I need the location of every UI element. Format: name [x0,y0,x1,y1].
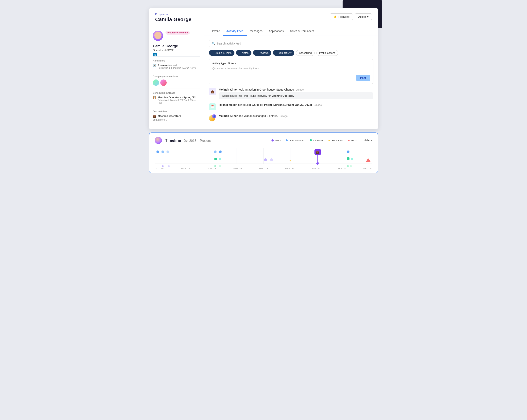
timeline-range: Oct 2018 – Present [183,139,211,142]
company-avatars [153,79,200,86]
breadcrumb: Prospects / [155,13,192,16]
linkedin-badge[interactable]: in [153,53,157,56]
activity-item-2: 📅 Rachel Mellon scheduled Wandi for Phon… [209,103,373,110]
legend-work-label: Work [275,139,281,142]
avatar [153,31,163,41]
post-button[interactable]: Post [356,75,370,81]
filter-emails-texts[interactable]: ✓ Emails & Texts [209,50,234,56]
timeline-hide-button[interactable]: Hide ∨ [364,139,372,142]
svg-rect-20 [219,165,221,167]
connections-section: Company connections [153,72,200,88]
action-button[interactable]: Action ▾ [355,13,372,20]
note-type-value: Note [228,62,234,65]
axis-label-dec19: DEC '19 [259,167,268,170]
clock-icon: 🕐 [153,64,156,67]
reminders-count: 2 reminders set [158,64,196,67]
timeline-title: Timeline [165,138,181,143]
svg-rect-32 [350,165,352,167]
outreach-info: Machine Operators - Spring '22 Scheduled… [158,96,200,104]
content-area: 🔍 ✓ Emails & Texts ✓ Notes [204,36,378,129]
search-bar: 🔍 [209,40,373,47]
svg-rect-17 [214,158,217,160]
filter-notes-label: Notes [242,51,249,54]
reminders-sub: Follow-up in 6 months (March 2022) [158,67,196,69]
svg-point-21 [264,158,267,161]
activity-text-3: Melinda Kilner and Wandi exchanged 3 ema… [219,114,373,117]
axis-label-sep20: SEP '20 [338,167,346,170]
activity-desc-1: took an action in Greenhouse: Stage Chan… [239,88,294,91]
legend-gem-label: Gem outreach [289,139,305,142]
activity-desc-2: scheduled Wandi for [238,103,264,106]
activity-icon-schedule: 📅 [209,103,216,110]
tab-activity-feed-label: Activity Feed [226,30,243,33]
action-label: Action [358,15,366,18]
filter-scheduling[interactable]: Scheduling [296,50,315,56]
note-type-dropdown[interactable]: Note ▾ [228,62,236,65]
axis-label-dec20: DEC '20 [363,167,372,170]
filter-job-activity[interactable]: ✓ Job activity [273,50,294,56]
svg-point-12 [166,151,169,153]
more-jobs-link[interactable]: and 2 more... [153,119,200,121]
hide-label: Hide [364,139,369,142]
body-layout: Previous Candidate Camila George Operato… [149,26,378,129]
actor-name-1: Melinda Kilner [219,88,238,91]
axis-label-mar20: MAR '20 [285,167,294,170]
activity-desc-3: and Wandi exchanged 3 emails. [239,114,278,117]
tab-messages[interactable]: Messages [247,26,266,36]
activity-body-2: Rachel Mellon scheduled Wandi for Phone … [219,103,373,108]
svg-point-15 [214,151,217,153]
tab-notes-reminders[interactable]: Notes & Reminders [287,26,317,36]
legend-interview: Interview [310,139,323,142]
filter-reviews[interactable]: ✓ Reviews [253,50,271,56]
page-title: Camila George [155,16,192,22]
axis-label-jun20: JUN '20 [312,167,320,170]
svg-point-13 [162,165,164,167]
activity-icon-stage-change: 💼 [209,88,216,95]
company-avatar-1 [153,79,159,86]
avatar-face [154,32,162,39]
job-name: Machine Operators [158,114,181,117]
tab-activity-feed[interactable]: Activity Feed [223,26,247,36]
legend-work: Work [272,139,281,142]
tab-applications-label: Applications [269,30,284,33]
filter-profile-actions-label: Profile actions [319,51,335,54]
note-input[interactable]: @mention a team member to notify them [212,67,370,73]
previous-candidate-badge: Previous Candidate [165,31,190,35]
svg-point-16 [219,151,222,153]
search-icon: 🔍 [212,42,215,45]
tab-profile[interactable]: Profile [209,26,223,36]
activity-bold-2: Phone Screen (1:45pm Jan 20, 2022) [264,103,312,106]
activity-detail-1: Wandi moved into First Round Interview f… [219,92,373,99]
job-icon: 💼 [153,114,156,118]
gem-outreach-icon [286,139,288,141]
avatar-inner [153,31,163,41]
legend-education-label: Education [331,139,343,142]
jobs-section: Job matches 💼 Machine Operators and 2 mo… [153,107,200,124]
page-header: Prospects / Camila George 🔔 Following Ac… [149,8,378,26]
activity-time-1: 2d ago [296,88,304,91]
hired-icon [348,139,350,141]
filter-notes[interactable]: ✓ Notes [236,50,252,56]
tab-messages-label: Messages [250,30,263,33]
following-button[interactable]: 🔔 Following [330,13,353,20]
search-input[interactable] [217,42,371,45]
filter-emails-texts-label: Emails & Texts [215,51,231,54]
filter-reviews-label: Reviews [259,51,268,54]
activity-body-1: Melinda Kilner took an action in Greenho… [219,88,373,99]
svg-point-11 [162,151,164,153]
filter-profile-actions[interactable]: Profile actions [316,50,338,56]
connections-title: Company connections [153,75,200,78]
check-icon: ✓ [256,52,258,54]
timeline-chart: ✦ 💼 OCT '18 [155,148,372,170]
check-icon: ✓ [276,52,278,54]
person-icon: 👤 [213,115,215,117]
legend-hired: Hired [348,139,357,142]
activity-type-label: Activity type: [212,62,227,65]
header-left: Prospects / Camila George [155,13,192,22]
tab-applications[interactable]: Applications [266,26,287,36]
company-avatar-2 [160,79,167,86]
actor-name-3: Melinda Kilner [219,114,238,117]
breadcrumb-link[interactable]: Prospects / [155,13,168,16]
timeline-card: Timeline Oct 2018 – Present Work Gem out… [149,133,378,173]
axis-label-oct18: OCT '18 [155,167,164,170]
